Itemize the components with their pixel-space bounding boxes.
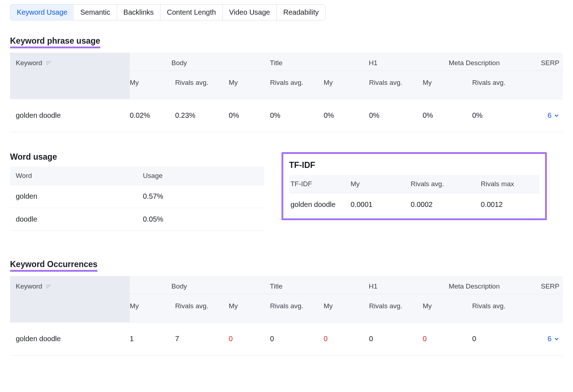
col-title: Title: [229, 53, 324, 71]
heading-phrase-usage: Keyword phrase usage: [10, 36, 100, 48]
tab-content-length[interactable]: Content Length: [160, 5, 223, 20]
report-tabs: Keyword Usage Semantic Backlinks Content…: [10, 4, 326, 20]
cell-meta-my: 0: [423, 323, 472, 355]
col-keyword[interactable]: Keyword: [10, 53, 130, 71]
sub-title-rv: Rivals avg.: [270, 71, 324, 99]
cell-h1-rv: 0: [369, 323, 423, 355]
chevron-down-icon: [554, 113, 559, 118]
tab-backlinks[interactable]: Backlinks: [117, 5, 160, 20]
word-usage-table: Word Usage golden 0.57% doodle 0.05%: [10, 167, 264, 231]
cell-h1-my: 0: [324, 323, 369, 355]
sub-meta-my: My: [423, 71, 472, 99]
col-my: My: [349, 175, 409, 193]
cell-usage: 0.57%: [137, 185, 264, 208]
tab-semantic[interactable]: Semantic: [74, 5, 117, 20]
tab-keyword-usage[interactable]: Keyword Usage: [10, 4, 74, 20]
cell-meta-my: 0%: [423, 99, 472, 132]
col-rivals-avg: Rivals avg.: [409, 175, 480, 193]
tab-video-usage[interactable]: Video Usage: [223, 5, 277, 20]
cell-keyword: golden doodle: [10, 323, 130, 355]
sort-icon: [46, 285, 51, 289]
cell-rivals-max: 0.0012: [480, 193, 540, 216]
col-h1: H1: [324, 276, 423, 294]
sub-body-my: My: [130, 71, 175, 99]
table-row: golden doodle 0.0001 0.0002 0.0012: [289, 193, 539, 216]
phrase-usage-table: Keyword Body Title H1 Meta Description S…: [10, 53, 563, 132]
col-word[interactable]: Word: [10, 167, 137, 185]
chevron-down-icon: [554, 336, 559, 342]
sub-h1-my: My: [324, 71, 369, 99]
table-row: golden doodle 0.02% 0.23% 0% 0% 0% 0% 0%…: [10, 99, 563, 132]
col-meta: Meta Description: [423, 53, 526, 71]
cell-body-rv: 7: [175, 323, 229, 355]
sub-h1-rv: Rivals avg.: [369, 71, 423, 99]
col-keyword-label: Keyword: [16, 282, 42, 290]
serp-value: 6: [548, 111, 552, 120]
col-rivals-max: Rivals max: [480, 175, 540, 193]
col-body: Body: [130, 276, 229, 294]
cell-term: golden doodle: [289, 193, 349, 216]
col-usage[interactable]: Usage: [137, 167, 264, 185]
cell-meta-rv: 0%: [472, 99, 526, 132]
cell-word: doodle: [10, 208, 137, 231]
table-row: golden 0.57%: [10, 185, 264, 208]
occurrences-table: Keyword Body Title H1 Meta Description S…: [10, 276, 563, 355]
col-serp: SERP: [526, 53, 563, 71]
cell-rivals-avg: 0.0002: [409, 193, 480, 216]
sub-title-my: My: [229, 71, 270, 99]
cell-keyword: golden doodle: [10, 99, 130, 132]
cell-my: 0.0001: [349, 193, 409, 216]
col-meta: Meta Description: [423, 276, 526, 294]
cell-title-my: 0: [229, 323, 270, 355]
heading-occurrences: Keyword Occurrences: [10, 260, 97, 272]
col-keyword[interactable]: Keyword: [10, 276, 130, 294]
col-serp: SERP: [526, 276, 563, 294]
cell-word: golden: [10, 185, 137, 208]
table-row: golden doodle 1 7 0 0 0 0 0 0 6: [10, 323, 563, 355]
sort-icon: [46, 61, 51, 66]
tfidf-panel: TF-IDF TF-IDF My Rivals avg. Rivals max: [281, 152, 547, 220]
cell-usage: 0.05%: [137, 208, 264, 231]
cell-body-rv: 0.23%: [175, 99, 229, 132]
heading-word-usage: Word usage: [10, 152, 264, 162]
cell-body-my: 1: [130, 323, 175, 355]
tfidf-table: TF-IDF My Rivals avg. Rivals max golden …: [289, 175, 539, 216]
cell-title-my: 0%: [229, 99, 270, 132]
tab-readability[interactable]: Readability: [277, 5, 325, 20]
cell-title-rv: 0: [270, 323, 324, 355]
table-row: doodle 0.05%: [10, 208, 264, 231]
sub-meta-rv: Rivals avg.: [472, 71, 526, 99]
serp-expand[interactable]: 6: [548, 111, 559, 120]
col-h1: H1: [324, 53, 423, 71]
sub-body-rv: Rivals avg.: [175, 71, 229, 99]
cell-h1-my: 0%: [324, 99, 369, 132]
serp-expand[interactable]: 6: [548, 335, 559, 343]
cell-title-rv: 0%: [270, 99, 324, 132]
col-keyword-label: Keyword: [16, 59, 42, 67]
col-body: Body: [130, 53, 229, 71]
heading-tfidf: TF-IDF: [289, 160, 539, 170]
cell-h1-rv: 0%: [369, 99, 423, 132]
cell-meta-rv: 0: [472, 323, 526, 355]
col-title: Title: [229, 276, 324, 294]
col-tfidf: TF-IDF: [289, 175, 349, 193]
cell-body-my: 0.02%: [130, 99, 175, 132]
serp-value: 6: [548, 335, 552, 343]
